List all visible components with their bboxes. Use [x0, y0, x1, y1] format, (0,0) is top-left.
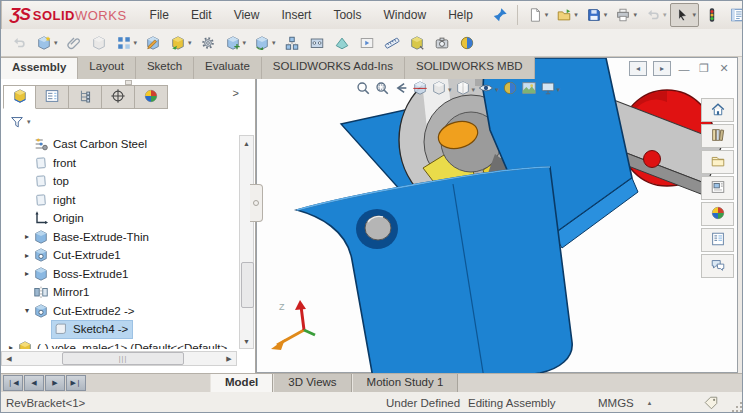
display-style-button[interactable]: ▾ — [455, 80, 476, 99]
previous-document-button[interactable]: ◂ — [629, 61, 647, 76]
mass-properties-button[interactable] — [405, 31, 429, 55]
quick-tips-icon[interactable] — [703, 395, 719, 411]
tab-assembly[interactable]: Assembly — [1, 57, 78, 79]
zoom-to-fit-button[interactable] — [355, 80, 371, 99]
first-sheet-button[interactable]: ❘◀ — [3, 375, 23, 391]
tree-item[interactable]: ▸Boss-Extrude1 — [1, 265, 237, 284]
undo-button[interactable] — [7, 31, 31, 55]
tree-item[interactable]: front — [1, 154, 237, 173]
apply-scene-button[interactable] — [521, 80, 537, 99]
document-properties-button[interactable] — [725, 3, 743, 27]
panel-tab-displaymanager[interactable] — [135, 85, 168, 109]
exploded-view-button[interactable] — [280, 31, 304, 55]
next-document-button[interactable]: ▸ — [653, 61, 671, 76]
undo-button[interactable]: ▾ — [641, 3, 670, 27]
tree-item[interactable]: ▸(-) yoke_male<1> (Default<<Default>_ — [1, 339, 237, 350]
print-button[interactable]: ▾ — [611, 3, 640, 27]
home-button[interactable] — [701, 98, 734, 122]
file-explorer-button[interactable] — [701, 150, 734, 174]
sheet-tab-3d-views[interactable]: 3D Views — [273, 374, 351, 392]
smart-fasteners-button[interactable] — [196, 31, 220, 55]
previous-sheet-button[interactable]: ◀ — [24, 375, 44, 391]
menu-help[interactable]: Help — [439, 4, 482, 26]
scroll-left-arrow[interactable]: ◀ — [2, 355, 16, 363]
new-document-button[interactable]: ▾ — [523, 3, 552, 27]
previous-view-button[interactable] — [393, 80, 409, 99]
vertical-scroll-thumb[interactable] — [241, 262, 254, 308]
tree-item[interactable]: Sketch4 -> — [1, 320, 237, 339]
tab-solidworks-add-ins[interactable]: SOLIDWORKS Add-Ins — [262, 57, 405, 79]
minimize-document-button[interactable]: — — [677, 62, 691, 75]
menu-insert[interactable]: Insert — [272, 4, 320, 26]
scroll-up-arrow[interactable]: ▲ — [240, 136, 253, 150]
select-cursor-dropdown-caret[interactable]: ▾ — [692, 11, 696, 19]
horizontal-scroll-thumb[interactable]: ||| — [62, 352, 184, 365]
hide-show-items-button[interactable]: ▾ — [478, 80, 499, 99]
tree-filter-button[interactable]: ▾ — [5, 110, 34, 134]
tree-item[interactable]: ▾Cut-Extrude2 -> — [1, 302, 237, 321]
display-style-dropdown-caret[interactable]: ▾ — [472, 86, 476, 94]
solidworks-forum-button[interactable] — [701, 254, 734, 278]
tab-evaluate[interactable]: Evaluate — [194, 57, 262, 79]
panel-tab-featuremanager[interactable] — [3, 85, 36, 109]
show-hidden-components-button[interactable] — [87, 31, 111, 55]
graphics-area[interactable]: Z ▾▾▾▾ ◂▸—❐✕ — [256, 57, 738, 373]
tree-item[interactable]: Origin — [1, 209, 237, 228]
menu-file[interactable]: File — [141, 4, 178, 26]
new-document-dropdown-caret[interactable]: ▾ — [545, 11, 549, 19]
insert-part-dropdown-caret[interactable]: ▾ — [188, 39, 192, 47]
menu-window[interactable]: Window — [374, 4, 435, 26]
panel-tab-configurationmanager[interactable] — [69, 85, 102, 109]
view-palette-button[interactable] — [701, 176, 734, 200]
last-sheet-button[interactable]: ▶❘ — [66, 375, 86, 391]
view-orientation-dropdown-caret[interactable]: ▾ — [448, 86, 452, 94]
assembly-features-button[interactable] — [305, 31, 329, 55]
tree-item[interactable]: Cast Carbon Steel — [1, 135, 237, 154]
design-library-button[interactable] — [701, 124, 734, 148]
tab-sketch[interactable]: Sketch — [136, 57, 194, 79]
view-settings-button[interactable]: ▾ — [540, 80, 561, 99]
menu-edit[interactable]: Edit — [182, 4, 221, 26]
tree-item[interactable]: Mirror1 — [1, 283, 237, 302]
tab-solidworks-mbd[interactable]: SOLIDWORKS MBD — [405, 57, 535, 79]
panel-tab-propertymanager[interactable] — [36, 85, 69, 109]
close-document-button[interactable]: ✕ — [717, 62, 731, 75]
edit-appearance-button[interactable] — [455, 31, 479, 55]
scroll-down-arrow[interactable]: ▼ — [240, 334, 253, 348]
undo-dropdown-caret[interactable]: ▾ — [663, 11, 667, 19]
sheet-tab-motion-study-1[interactable]: Motion Study 1 — [352, 374, 459, 392]
panel-splitter-handle[interactable] — [250, 184, 263, 222]
units-selector[interactable]: MMGS ▴ — [598, 397, 651, 409]
expand-arrow[interactable]: ▾ — [21, 306, 33, 315]
tree-horizontal-scrollbar[interactable]: ◀ ||| ▶ — [1, 351, 237, 366]
zoom-to-area-button[interactable] — [374, 80, 390, 99]
edit-appearance-button[interactable] — [502, 80, 518, 99]
menu-view[interactable]: View — [225, 4, 269, 26]
view-orientation-button[interactable]: ▾ — [431, 80, 452, 99]
print-dropdown-caret[interactable]: ▾ — [633, 11, 637, 19]
expand-arrow[interactable]: ▸ — [5, 343, 17, 349]
menu-tools[interactable]: Tools — [324, 4, 370, 26]
tree-item[interactable]: ▸Cut-Extrude1 — [1, 246, 237, 265]
scroll-right-arrow[interactable]: ▶ — [222, 355, 236, 363]
appearances-scenes-button[interactable] — [701, 202, 734, 226]
tree-vertical-scrollbar[interactable]: ▲ ▼ — [239, 135, 254, 349]
move-component-button[interactable]: ▾ — [221, 31, 250, 55]
expand-arrow[interactable]: ▸ — [21, 269, 33, 278]
panel-expand-chevron[interactable]: > — [233, 87, 239, 99]
edit-component-button[interactable] — [141, 31, 165, 55]
expand-arrow[interactable]: ▸ — [21, 251, 33, 260]
panel-tab-dimxpertmanager[interactable] — [102, 85, 135, 109]
save-button[interactable]: ▾ — [582, 3, 611, 27]
custom-properties-button[interactable] — [701, 228, 734, 252]
part-yoke-body[interactable] — [297, 167, 572, 374]
linear-component-pattern-dropdown-caret[interactable]: ▾ — [134, 39, 138, 47]
save-dropdown-caret[interactable]: ▾ — [604, 11, 608, 19]
tree-item[interactable]: ▸Base-Extrude-Thin — [1, 228, 237, 247]
tree-item[interactable]: right — [1, 191, 237, 210]
mate-button[interactable] — [62, 31, 86, 55]
move-component-dropdown-caret[interactable]: ▾ — [243, 39, 247, 47]
performance-evaluation-button[interactable] — [700, 3, 724, 27]
tab-layout[interactable]: Layout — [78, 57, 136, 79]
tree-item[interactable]: top — [1, 172, 237, 191]
